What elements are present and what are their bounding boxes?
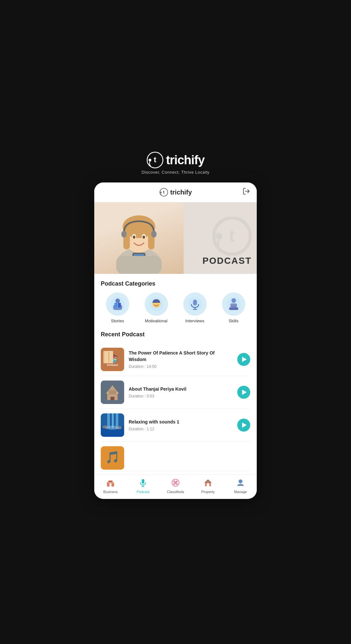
podcast-label: Podcast <box>136 490 150 494</box>
splash-logo-text: trichify <box>166 153 205 167</box>
podcast-info-3: Relaxing with sounds 1 Duration : 1:12 <box>129 419 233 431</box>
business-icon <box>106 478 115 489</box>
svg-point-82 <box>176 481 178 482</box>
nav-item-classifieds[interactable]: Classifieds <box>159 478 192 494</box>
svg-point-14 <box>133 235 136 239</box>
splash-header: t trichify Discover, Connect, Thrive Loc… <box>141 152 209 175</box>
app-header-logo: t trichify <box>159 188 192 197</box>
podcast-nav-icon <box>138 478 148 489</box>
svg-rect-37 <box>193 300 197 305</box>
svg-rect-54 <box>110 397 114 400</box>
podcast-duration-2: Duration : 0:53 <box>129 394 233 398</box>
svg-point-80 <box>175 482 176 484</box>
phone-screen: t trichify <box>94 182 257 499</box>
podcast-item: Relaxing with sounds 1 Duration : 1:12 <box>101 409 250 442</box>
app-header-logo-icon: t <box>159 188 168 197</box>
svg-point-89 <box>239 479 242 483</box>
play-button-3[interactable] <box>237 419 250 432</box>
nav-item-property[interactable]: Property <box>192 478 224 494</box>
svg-rect-86 <box>207 483 209 486</box>
svg-point-2 <box>149 159 151 162</box>
podcast-thumb-2 <box>101 381 124 404</box>
svg-point-27 <box>115 299 120 303</box>
svg-point-81 <box>174 481 175 482</box>
nav-item-manage[interactable]: Manage <box>224 478 257 494</box>
svg-rect-76 <box>142 479 144 484</box>
podcast-thumb-3 <box>101 413 124 437</box>
podcast-duration-3: Duration : 1:12 <box>129 427 233 431</box>
nav-item-business[interactable]: Business <box>94 478 127 494</box>
hero-banner: t PODCAST <box>94 202 257 274</box>
podcast-thumb-4: 🎵 <box>101 446 124 470</box>
categories-section: Podcast Categories <box>101 280 250 323</box>
category-motivational[interactable]: Motivational <box>145 292 168 323</box>
svg-point-15 <box>143 235 145 239</box>
svg-text:t: t <box>163 190 164 195</box>
manage-icon <box>236 478 245 489</box>
skills-label: Skills <box>228 318 238 323</box>
skills-icon <box>222 292 245 316</box>
recent-podcast-title: Recent Podcast <box>101 331 250 338</box>
property-icon <box>203 478 213 489</box>
nav-item-podcast[interactable]: Podcast <box>127 478 159 494</box>
svg-text:t: t <box>229 226 235 245</box>
bottom-nav: Business Podcast <box>94 475 257 499</box>
podcast-title-1: The Power Of Patience A Short Story Of W… <box>129 350 233 363</box>
business-label: Business <box>103 490 118 494</box>
svg-point-5 <box>160 192 162 193</box>
podcast-item: 📚 PATIENCE The Power Of Patience A Short… <box>101 343 250 376</box>
svg-point-83 <box>174 483 175 485</box>
podcast-info-2: About Thanjai Periya Kovil Duration : 0:… <box>129 386 233 398</box>
category-interviews[interactable]: Interviews <box>183 292 207 323</box>
podcast-info-1: The Power Of Patience A Short Story Of W… <box>129 350 233 369</box>
svg-text:PATIENCE: PATIENCE <box>107 364 118 366</box>
svg-rect-44 <box>231 306 236 308</box>
podcast-item: About Thanjai Periya Kovil Duration : 0:… <box>101 376 250 409</box>
logout-icon[interactable] <box>242 187 250 197</box>
interviews-icon <box>183 292 207 316</box>
svg-point-64 <box>106 426 119 430</box>
app-header-logo-text: trichify <box>170 189 192 196</box>
podcast-list: 📚 PATIENCE The Power Of Patience A Short… <box>101 343 250 471</box>
splash-logo-icon: t <box>147 152 163 168</box>
svg-rect-88 <box>207 481 209 483</box>
recent-podcast-section: Recent Podcast 📚 PATIENCE <box>101 331 250 471</box>
svg-text:🎵: 🎵 <box>105 450 120 464</box>
hero-watermark: t <box>213 217 252 256</box>
interviews-label: Interviews <box>185 318 204 323</box>
play-button-2[interactable] <box>237 386 250 399</box>
hero-person-svg <box>94 202 184 274</box>
hero-podcast-text: PODCAST <box>202 256 252 266</box>
svg-point-84 <box>176 483 178 485</box>
svg-rect-31 <box>114 303 118 307</box>
svg-text:t: t <box>154 155 156 164</box>
hero-illustration <box>94 202 184 274</box>
categories-row: Stories <box>101 292 250 323</box>
svg-rect-16 <box>122 231 127 237</box>
category-skills[interactable]: Skills <box>222 292 245 323</box>
property-label: Property <box>201 490 215 494</box>
stories-icon <box>106 292 129 316</box>
manage-label: Manage <box>234 490 247 494</box>
category-stories[interactable]: Stories <box>106 292 129 323</box>
svg-rect-55 <box>109 390 116 394</box>
motivational-icon <box>145 292 168 316</box>
podcast-duration-1: Duration : 14:00 <box>129 364 233 369</box>
splash-tagline: Discover, Connect, Thrive Locally <box>141 170 209 175</box>
categories-title: Podcast Categories <box>101 280 250 287</box>
podcast-title-3: Relaxing with sounds 1 <box>129 419 233 425</box>
app-header: t trichify <box>94 182 257 202</box>
classifieds-icon <box>171 478 180 489</box>
play-button-1[interactable] <box>237 353 250 366</box>
phone-wrapper: t trichify Discover, Connect, Thrive Loc… <box>88 139 263 505</box>
splash-logo: t trichify <box>147 152 205 168</box>
svg-point-41 <box>231 298 236 303</box>
svg-rect-17 <box>151 231 157 237</box>
motivational-label: Motivational <box>145 318 167 323</box>
classifieds-label: Classifieds <box>167 490 184 494</box>
svg-rect-61 <box>116 413 118 428</box>
podcast-item: 🎵 <box>101 442 250 471</box>
podcast-title-2: About Thanjai Periya Kovil <box>129 386 233 393</box>
main-content: Podcast Categories <box>94 274 257 475</box>
podcast-thumb-1: 📚 PATIENCE <box>101 348 124 371</box>
